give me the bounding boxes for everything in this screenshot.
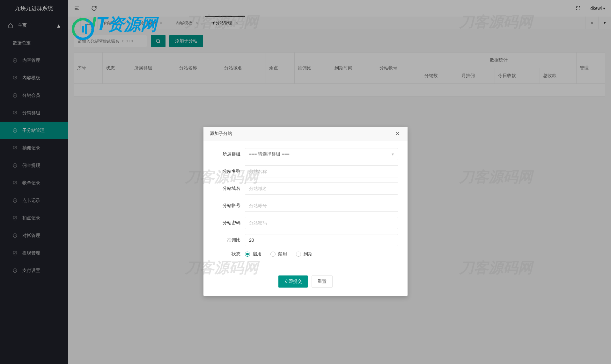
commission-input[interactable] <box>245 234 398 246</box>
label-commission: 抽佣比 <box>213 237 245 243</box>
modal-overlay[interactable]: 添加子分站 ✕ 所属群组 === 请选择群组 === ▾ 分站名称 分站域名 分… <box>0 0 611 364</box>
reset-button[interactable]: 重置 <box>312 275 333 288</box>
label-group: 所属群组 <box>213 151 245 157</box>
name-input[interactable] <box>245 165 398 177</box>
modal-header: 添加子分站 ✕ <box>203 127 408 141</box>
chevron-down-icon: ▾ <box>392 152 394 157</box>
label-password: 分站密码 <box>213 220 245 226</box>
modal-body: 所属群组 === 请选择群组 === ▾ 分站名称 分站域名 分站帐号 分站密码 <box>203 141 408 269</box>
domain-input[interactable] <box>245 182 398 195</box>
modal: 添加子分站 ✕ 所属群组 === 请选择群组 === ▾ 分站名称 分站域名 分… <box>203 127 408 296</box>
group-select[interactable]: === 请选择群组 === ▾ <box>245 148 398 160</box>
radio-expired[interactable]: 到期 <box>296 251 313 257</box>
radio-icon <box>245 252 250 257</box>
radio-disabled[interactable]: 禁用 <box>270 251 287 257</box>
label-status: 状态 <box>213 251 245 257</box>
status-radio-group: 启用 禁用 到期 <box>245 251 398 257</box>
label-name: 分站名称 <box>213 168 245 174</box>
submit-button[interactable]: 立即提交 <box>278 275 308 288</box>
label-domain: 分站域名 <box>213 186 245 191</box>
modal-footer: 立即提交 重置 <box>203 269 408 296</box>
radio-icon <box>296 252 301 257</box>
radio-icon <box>270 252 276 257</box>
account-input[interactable] <box>245 200 398 212</box>
close-icon[interactable]: ✕ <box>394 130 401 138</box>
label-account: 分站帐号 <box>213 203 245 209</box>
modal-title: 添加子分站 <box>210 131 232 137</box>
password-input[interactable] <box>245 217 398 229</box>
radio-enabled[interactable]: 启用 <box>245 251 261 257</box>
